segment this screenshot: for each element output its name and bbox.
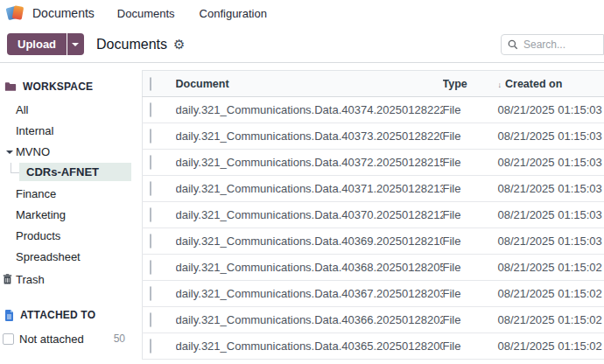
sidebar-item-cdrs-afnet[interactable]: CDRs-AFNET [0,163,131,181]
sidebar-item-mvno-label: MVNO [16,142,50,163]
row-checkbox[interactable] [150,155,151,170]
folder-icon [4,81,17,92]
document-name: daily.321_Communications.Data.40374.2025… [176,97,443,123]
trash-label: Trash [16,273,45,286]
control-panel: Upload Documents ⚙ [0,26,604,63]
document-type: File [443,228,493,255]
sidebar-item-mvno[interactable]: MVNO [0,142,131,163]
attached-to-section: ATTACHED TO Not attached 50 [0,309,131,349]
sidebar-item-internal[interactable]: Internal [0,121,131,142]
documents-app-icon[interactable] [7,5,25,21]
table-header-row: Document Type ↓Created on [143,71,604,97]
menu-configuration[interactable]: Configuration [200,7,267,20]
document-type: File [443,333,493,360]
document-created-on: 08/21/2025 01:15:03 [493,97,604,123]
file-icon [4,310,14,321]
table-row[interactable]: daily.321_Communications.Data.40365.2025… [143,333,604,360]
table-row[interactable]: daily.321_Communications.Data.40367.2025… [143,281,604,307]
gear-icon[interactable]: ⚙ [173,38,185,51]
not-attached-label: Not attached [19,332,84,346]
table-row[interactable]: daily.321_Communications.Data.40373.2025… [143,123,604,150]
workspace-title: WORKSPACE [23,80,93,93]
table-row[interactable]: daily.321_Communications.Data.40368.2025… [143,255,604,281]
top-navbar: Documents Documents Configuration [0,0,604,26]
row-checkbox[interactable] [150,181,151,196]
row-checkbox[interactable] [150,234,151,248]
document-type: File [443,176,493,202]
document-created-on: 08/21/2025 01:15:02 [493,281,604,307]
document-type: File [443,150,493,176]
column-header-document[interactable]: Document [176,71,443,97]
document-name: daily.321_Communications.Data.40370.2025… [176,202,443,228]
document-name: daily.321_Communications.Data.40371.2025… [176,176,443,202]
trash-icon [3,274,12,284]
documents-table: Document Type ↓Created on daily.321_Comm… [142,70,604,360]
row-checkbox[interactable] [150,260,151,275]
document-type: File [443,255,493,281]
document-created-on: 08/21/2025 01:15:03 [493,202,604,228]
column-header-type[interactable]: Type [443,71,493,97]
document-created-on: 08/21/2025 01:15:02 [493,255,604,281]
row-checkbox[interactable] [150,312,151,327]
row-checkbox[interactable] [150,286,151,301]
sidebar-item-cdrs-afnet-label: CDRs-AFNET [19,163,131,181]
sort-desc-icon: ↓ [498,80,502,89]
search-box[interactable] [501,34,604,55]
document-name: daily.321_Communications.Data.40368.2025… [176,255,443,281]
column-header-created-on[interactable]: ↓Created on [493,71,604,97]
document-created-on: 08/21/2025 01:15:03 [493,176,604,202]
table-row[interactable]: daily.321_Communications.Data.40372.2025… [143,150,604,176]
document-type: File [443,97,493,123]
table-row[interactable]: daily.321_Communications.Data.40370.2025… [143,202,604,228]
app-name[interactable]: Documents [32,6,95,20]
document-name: daily.321_Communications.Data.40367.2025… [176,281,443,307]
sidebar-item-marketing[interactable]: Marketing [0,205,131,226]
document-created-on: 08/21/2025 01:15:02 [493,307,604,333]
document-name: daily.321_Communications.Data.40372.2025… [176,150,443,176]
document-list-area: Document Type ↓Created on daily.321_Comm… [131,63,604,363]
sidebar-item-products[interactable]: Products [0,226,131,247]
document-type: File [443,281,493,307]
document-created-on: 08/21/2025 01:15:03 [493,123,604,150]
sidebar-item-trash[interactable]: Trash [0,269,131,290]
row-checkbox[interactable] [150,129,151,144]
table-row[interactable]: daily.321_Communications.Data.40371.2025… [143,176,604,202]
document-type: File [443,202,493,228]
breadcrumb-title: Documents [96,37,167,52]
document-name: daily.321_Communications.Data.40373.2025… [176,123,443,150]
attached-to-title: ATTACHED TO [20,309,95,321]
sidebar: WORKSPACE All Internal MVNO CDRs-AFNET F… [0,63,131,363]
upload-button[interactable]: Upload [7,33,67,55]
logo-orange-shape [12,5,24,20]
document-created-on: 08/21/2025 01:15:03 [493,150,604,176]
chevron-down-icon [6,150,13,158]
menu-documents[interactable]: Documents [117,7,175,20]
document-type: File [443,307,493,333]
search-input[interactable] [523,38,593,51]
document-created-on: 08/21/2025 01:15:02 [493,333,604,360]
select-all-checkbox[interactable] [150,77,151,91]
document-name: daily.321_Communications.Data.40365.2025… [176,333,443,360]
not-attached-count: 50 [114,332,125,345]
row-checkbox[interactable] [150,102,151,117]
document-type: File [443,123,493,150]
sidebar-item-all[interactable]: All [0,100,131,121]
sidebar-item-finance[interactable]: Finance [0,184,131,205]
workspace-section-header: WORKSPACE [0,80,131,93]
document-name: daily.321_Communications.Data.40369.2025… [176,228,443,255]
tree-elbow [11,163,19,173]
table-row[interactable]: daily.321_Communications.Data.40369.2025… [143,228,604,255]
row-checkbox[interactable] [150,207,151,222]
search-icon [508,39,518,50]
filter-not-attached[interactable]: Not attached 50 [0,328,131,349]
main-area: WORKSPACE All Internal MVNO CDRs-AFNET F… [0,63,604,363]
row-checkbox[interactable] [150,339,151,354]
document-created-on: 08/21/2025 01:15:03 [493,228,604,255]
attached-to-header: ATTACHED TO [0,309,131,321]
table-row[interactable]: daily.321_Communications.Data.40374.2025… [143,97,604,123]
document-name: daily.321_Communications.Data.40366.2025… [176,307,443,333]
upload-dropdown-toggle[interactable] [67,33,84,55]
table-row[interactable]: daily.321_Communications.Data.40366.2025… [143,307,604,333]
not-attached-checkbox[interactable] [3,333,14,345]
sidebar-item-spreadsheet[interactable]: Spreadsheet [0,247,131,268]
